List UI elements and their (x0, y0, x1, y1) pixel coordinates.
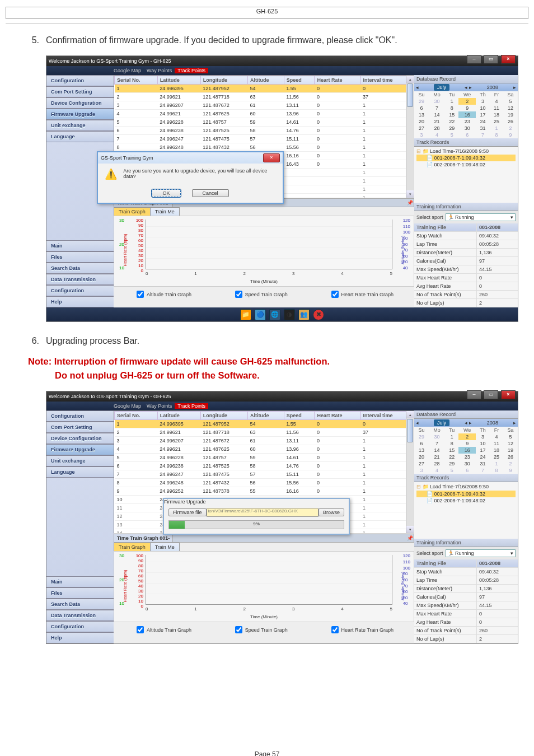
cal-next-year-icon[interactable]: ▸ (513, 85, 516, 90)
calendar-day[interactable]: 19 (503, 447, 518, 454)
calendar-day[interactable]: 12 (503, 440, 518, 447)
table-row[interactable]: 124.996395121.487952541.5500 (115, 420, 414, 428)
tab-way-points[interactable]: Way Points (144, 68, 175, 73)
calendar-day[interactable]: 29 (414, 98, 429, 105)
cancel-button[interactable]: Cancel (192, 189, 229, 197)
calendar-day[interactable]: 12 (503, 105, 518, 111)
calendar-day[interactable]: 2 (503, 460, 518, 467)
calendar-day[interactable]: 15 (445, 111, 458, 118)
calendar-day[interactable]: 1 (445, 98, 458, 105)
calendar-day[interactable]: 31 (476, 460, 490, 467)
calendar-day[interactable]: 20 (414, 118, 429, 125)
col-alt[interactable]: Altitude (248, 76, 284, 85)
calendar-day[interactable]: 23 (458, 454, 476, 460)
table-row[interactable]: 224.99621121.4877186311.56037 (115, 93, 414, 101)
table-row[interactable]: 724.996247121.4874755715.1101 (115, 135, 414, 143)
calendar-2[interactable]: ◂ July ◂ ▸ 2008 ▸ SuMoTuWeThFrSa29301234… (414, 419, 518, 474)
calendar-day[interactable]: 2 (458, 433, 476, 440)
tree-item-2b[interactable]: 002-2008-7-1:09:48:02 (416, 497, 516, 504)
calendar-day[interactable]: 22 (445, 454, 458, 460)
tab-google-map[interactable]: Google Map (46, 68, 144, 73)
scroll-thumb-2[interactable] (407, 419, 413, 442)
tab-train-me[interactable]: Train Me (150, 207, 180, 216)
calendar-day[interactable]: 6 (458, 132, 476, 138)
calendar-day[interactable]: 3 (414, 467, 429, 474)
calendar-day[interactable]: 30 (458, 460, 476, 467)
table-row[interactable]: 324.996207121.4876726113.1101 (115, 437, 414, 445)
calendar-day[interactable]: 10 (476, 105, 490, 111)
calendar-day[interactable]: 4 (429, 132, 445, 138)
sidebar-configuration-2b[interactable]: Configuration (46, 621, 114, 632)
tab-track-points-2[interactable]: Track Points (175, 403, 208, 409)
tree-item-2[interactable]: 002-2008-7-1:09:48:02 (416, 161, 516, 168)
calendar-month[interactable]: July (434, 84, 449, 91)
table-row[interactable]: 624.996238121.4875255814.7601 (115, 127, 414, 135)
calendar-day[interactable]: 6 (458, 467, 476, 474)
table-row[interactable]: 124.996395121.487952541.5500 (115, 85, 414, 93)
calendar-day[interactable]: 29 (445, 460, 458, 467)
calendar-day[interactable]: 10 (476, 440, 490, 447)
calendar-day[interactable]: 21 (429, 454, 445, 460)
calendar-day[interactable]: 5 (445, 467, 458, 474)
tb-icon-5[interactable]: 👥 (298, 309, 310, 320)
calendar-day[interactable]: 22 (445, 118, 458, 125)
scroll-up-icon[interactable]: ▴ (406, 76, 414, 83)
calendar-day[interactable]: 30 (429, 98, 445, 105)
calendar-day[interactable]: 8 (445, 105, 458, 111)
calendar-day[interactable]: 19 (503, 111, 518, 118)
cal-nav-mid[interactable]: ◂ ▸ (465, 85, 472, 90)
table-row[interactable]: 224.99621121.4877186311.56037 (115, 428, 414, 437)
close-button-2[interactable]: × (501, 390, 516, 399)
calendar-day[interactable]: 9 (458, 440, 476, 447)
min-button[interactable]: – (467, 55, 481, 64)
tb-icon-6[interactable]: ✖ (313, 309, 324, 320)
calendar-day[interactable]: 7 (429, 440, 445, 447)
table-row[interactable]: 824.996248121.4874325615.5601 (115, 479, 414, 487)
col-lat[interactable]: Latitude (157, 76, 200, 85)
tree-item-1[interactable]: 001-2008-7-1:09:40:32 (416, 155, 516, 161)
sidebar-search-data-b[interactable]: Search Data (46, 599, 114, 610)
col-serial[interactable]: Serial No. (115, 76, 158, 85)
calendar-day[interactable]: 9 (503, 132, 518, 138)
calendar-day[interactable]: 3 (476, 98, 490, 105)
calendar-day[interactable]: 8 (445, 440, 458, 447)
calendar-day[interactable]: 15 (445, 447, 458, 454)
sidebar-help-b[interactable]: Help (46, 632, 114, 643)
tree-root[interactable]: Load Time-7/16/2008 9:50 (416, 148, 516, 155)
calendar-day[interactable]: 13 (414, 111, 429, 118)
calendar-day[interactable]: 7 (429, 105, 445, 111)
calendar-day[interactable]: 16 (458, 111, 476, 118)
col-speed[interactable]: Speed (284, 76, 315, 85)
tab-train-me-2[interactable]: Train Me (150, 543, 180, 551)
calendar-day[interactable]: 4 (429, 467, 445, 474)
calendar-day[interactable]: 1 (490, 460, 503, 467)
table-row[interactable]: 824.996248121.4874325615.5601 (115, 143, 414, 152)
cal-prev-year-icon-2[interactable]: ◂ (416, 420, 419, 426)
sidebar-data-transmission[interactable]: Data Transmission (46, 274, 114, 285)
sidebar-files-b[interactable]: Files (46, 587, 114, 599)
sidebar-device-config[interactable]: Device Configuration (46, 97, 114, 109)
tb-icon-4[interactable]: ◑ (284, 309, 295, 320)
sidebar-search-data[interactable]: Search Data (46, 263, 114, 274)
sidebar-firmware-upgrade[interactable]: Firmware Upgrade (46, 109, 114, 120)
sidebar-help[interactable]: Help (46, 296, 114, 307)
sidebar-unit-exchange-b[interactable]: Unit exchange (46, 455, 114, 466)
table-row[interactable]: 524.996228121.487575914.6101 (115, 118, 414, 127)
sidebar-firmware-upgrade-b[interactable]: Firmware Upgrade (46, 444, 114, 455)
calendar-day[interactable]: 1 (445, 433, 458, 440)
calendar-day[interactable]: 23 (458, 118, 476, 125)
tree-root-2[interactable]: Load Time-7/16/2008 9:50 (416, 483, 516, 490)
tb-icon-1[interactable]: 📁 (240, 309, 251, 320)
calendar-day[interactable]: 5 (503, 433, 518, 440)
table-scrollbar[interactable]: ▴ ▾ (406, 76, 414, 198)
tb-icon-2[interactable]: 🔵 (255, 309, 266, 320)
calendar-day[interactable]: 7 (476, 467, 490, 474)
calendar-day[interactable]: 4 (490, 98, 503, 105)
calendar-month-2[interactable]: July (434, 419, 449, 426)
firmware-file-button[interactable]: Firmware file (168, 508, 207, 516)
sidebar-files[interactable]: Files (46, 251, 114, 263)
col-lon[interactable]: Longitude (200, 76, 247, 85)
calendar-day[interactable]: 25 (490, 118, 503, 125)
scroll-up-icon-2[interactable]: ▴ (406, 411, 414, 418)
scroll-thumb[interactable] (407, 83, 413, 107)
